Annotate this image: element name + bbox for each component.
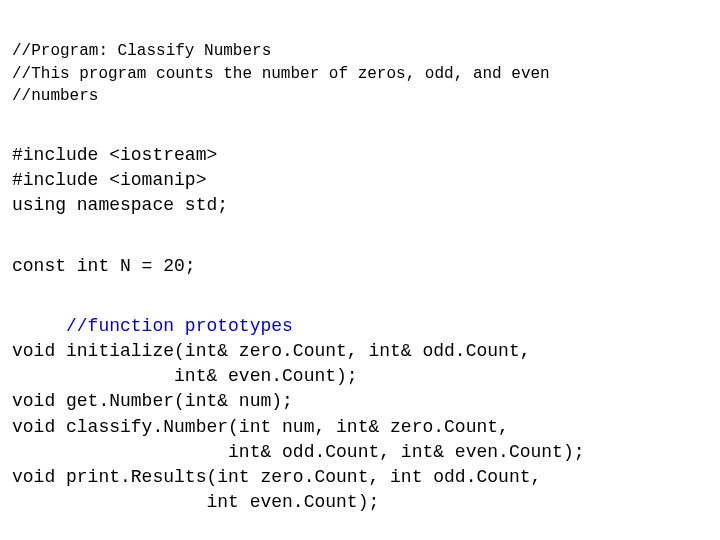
proto-line-6: void print.Results(int zero.Count, int o…	[12, 467, 552, 487]
proto-line-1: void initialize(int& zero.Count, int& od…	[12, 341, 541, 361]
proto-line-7: int even.Count);	[12, 492, 379, 512]
proto-line-5: int& odd.Count, int& even.Count);	[12, 442, 585, 462]
comment-line-1: //Program: Classify Numbers	[12, 42, 271, 60]
include-line-2: #include <iomanip>	[12, 170, 206, 190]
const-block: const int N = 20;	[12, 228, 708, 278]
comment-line-2: //This program counts the number of zero…	[12, 65, 550, 83]
const-line: const int N = 20;	[12, 256, 196, 276]
prototype-comment: //function prototypes	[12, 316, 293, 336]
proto-line-3: void get.Number(int& num);	[12, 391, 293, 411]
prototype-block: //function prototypes void initialize(in…	[12, 289, 708, 516]
include-line-3: using namespace std;	[12, 195, 228, 215]
comment-line-3: //numbers	[12, 87, 98, 105]
include-line-1: #include <iostream>	[12, 145, 217, 165]
proto-line-4: void classify.Number(int num, int& zero.…	[12, 417, 520, 437]
header-comment-block: //Program: Classify Numbers //This progr…	[12, 18, 708, 108]
include-block: #include <iostream> #include <iomanip> u…	[12, 118, 708, 219]
proto-line-2: int& even.Count);	[12, 366, 358, 386]
